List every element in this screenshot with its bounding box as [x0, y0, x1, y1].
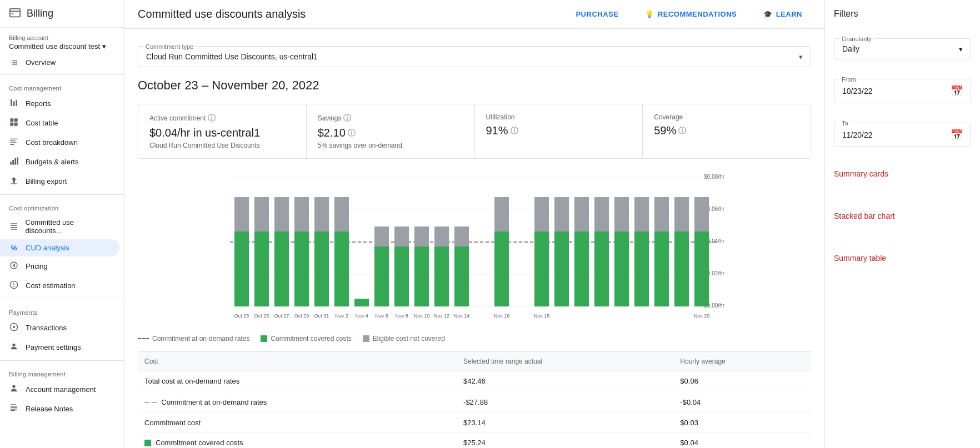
budgets-label: Budgets & alerts: [26, 158, 78, 166]
svg-rect-83: [674, 197, 689, 231]
sidebar-item-billing-export[interactable]: Billing export: [0, 172, 119, 191]
svg-rect-81: [654, 197, 669, 231]
sidebar-item-pricing[interactable]: Pricing: [0, 256, 119, 276]
summary-cards: Active commitment ⓘ $0.04/hr in us-centr…: [138, 104, 811, 159]
utilization-value: 91% ⓘ: [486, 124, 632, 137]
svg-rect-68: [534, 231, 549, 306]
sidebar-item-transactions[interactable]: Transactions: [0, 318, 119, 338]
coverage-help-icon[interactable]: ⓘ: [678, 126, 686, 136]
svg-rect-47: [274, 231, 289, 306]
svg-rect-82: [674, 231, 689, 306]
cud-icon: %: [9, 244, 19, 252]
pricing-icon: [9, 261, 19, 271]
from-filter: From 10/23/22 📅: [834, 71, 971, 103]
sidebar-item-overview[interactable]: ⊞ Overview: [0, 54, 119, 71]
savings-value-help[interactable]: ⓘ: [348, 128, 356, 138]
savings-help-icon[interactable]: ⓘ: [343, 113, 351, 123]
purchase-button[interactable]: PURCHASE: [567, 7, 627, 22]
svg-rect-64: [454, 246, 469, 306]
calendar-icon[interactable]: 📅: [951, 85, 963, 97]
svg-rect-4: [13, 101, 15, 106]
to-input[interactable]: 11/20/22 📅: [834, 123, 971, 147]
transactions-label: Transactions: [26, 324, 67, 332]
sidebar-item-account-management[interactable]: Account management: [0, 380, 119, 399]
svg-rect-66: [494, 231, 509, 306]
svg-rect-57: [374, 226, 389, 246]
chevron-down-icon: ▾: [102, 42, 106, 51]
row-actual: -$27.88: [457, 391, 673, 413]
filters-panel: Filters Granularity Daily ▾ From 10/23/2…: [824, 0, 980, 448]
payment-settings-label: Payment settings: [26, 343, 81, 351]
legend-not-covered: Eligible cost not covered: [363, 335, 445, 343]
billing-mgmt-label: Billing management: [0, 364, 124, 380]
release-notes-label: Release Notes: [26, 405, 73, 413]
legend-green-label: Commitment covered costs: [271, 335, 351, 343]
util-help-icon[interactable]: ⓘ: [511, 126, 518, 136]
svg-rect-59: [394, 226, 409, 246]
row-label: Commitment covered costs: [138, 433, 457, 449]
row-actual: $42.46: [457, 371, 673, 391]
svg-rect-19: [11, 223, 17, 224]
col-cost: Cost: [138, 352, 457, 371]
col-hourly: Hourly average: [673, 352, 811, 371]
reports-icon: [9, 98, 19, 109]
svg-text:Nov 4: Nov 4: [355, 313, 368, 319]
sidebar-item-cost-table[interactable]: Cost table: [0, 113, 119, 133]
svg-rect-78: [634, 231, 649, 306]
sidebar-item-payment-settings[interactable]: Payment settings: [0, 338, 119, 357]
learn-button[interactable]: 🎓 LEARN: [754, 7, 811, 22]
to-label: To: [839, 120, 851, 127]
sidebar-item-cost-estimation[interactable]: Cost estimation: [0, 276, 119, 295]
svg-text:Nov 2: Nov 2: [335, 313, 348, 319]
svg-rect-9: [14, 123, 18, 126]
pricing-label: Pricing: [26, 262, 48, 270]
svg-text:Nov 18: Nov 18: [534, 313, 550, 319]
sidebar-item-release-notes[interactable]: Release Notes: [0, 399, 119, 419]
to-calendar-icon[interactable]: 📅: [951, 129, 963, 141]
date-range-title: October 23 – November 20, 2022: [138, 78, 811, 93]
svg-rect-79: [634, 197, 649, 231]
svg-text:Oct 23: Oct 23: [234, 313, 249, 319]
learn-icon: 🎓: [763, 10, 773, 18]
sidebar-item-committed-use[interactable]: Committed use discounts...: [0, 214, 119, 239]
savings-sub: 5% savings over on-demand: [318, 142, 463, 149]
billing-account-selector[interactable]: Committed use discount test ▾: [9, 42, 115, 51]
svg-rect-63: [434, 226, 449, 246]
cost-table-label: Cost table: [26, 119, 58, 127]
sidebar-item-cud-analysis[interactable]: % CUD analysis: [0, 239, 119, 256]
svg-rect-71: [554, 197, 569, 231]
svg-rect-21: [11, 227, 17, 228]
commitment-type-dropdown[interactable]: Cloud Run Committed Use Discounts, us-ce…: [138, 46, 811, 67]
svg-rect-50: [294, 197, 309, 231]
row-hourly: $0.04: [673, 433, 811, 449]
cost-management-label: Cost management: [0, 78, 124, 94]
svg-rect-85: [694, 197, 709, 231]
committed-use-label: Committed use discounts...: [26, 218, 111, 235]
svg-rect-84: [694, 231, 709, 306]
svg-rect-14: [10, 162, 12, 164]
budgets-icon: [9, 157, 19, 167]
commitment-type-section: Commitment type Cloud Run Committed Use …: [138, 38, 811, 67]
annotations-section: Summary cards Stacked bar chart Summary …: [834, 169, 971, 263]
cost-breakdown-icon: [9, 137, 19, 148]
svg-rect-52: [314, 197, 329, 231]
row-hourly: $0.06: [673, 371, 811, 391]
savings-label: Savings ⓘ: [318, 113, 463, 123]
table-row: Commitment covered costs $25.24 $0.04: [138, 433, 811, 449]
svg-rect-70: [554, 231, 569, 306]
svg-text:Oct 25: Oct 25: [254, 313, 269, 319]
svg-rect-48: [274, 197, 289, 231]
sidebar-item-cost-breakdown[interactable]: Cost breakdown: [0, 133, 119, 152]
sidebar-item-reports[interactable]: Reports: [0, 94, 119, 113]
recommendations-button[interactable]: 💡 RECOMMENDATIONS: [636, 7, 746, 22]
svg-text:Nov 6: Nov 6: [375, 313, 388, 319]
row-label: Total cost at on-demand rates: [138, 371, 457, 391]
svg-text:Nov 20: Nov 20: [694, 313, 710, 319]
sidebar-item-budgets[interactable]: Budgets & alerts: [0, 152, 119, 172]
help-icon[interactable]: ⓘ: [208, 113, 216, 123]
green-indicator: [144, 440, 151, 446]
billing-account-name: Committed use discount test: [9, 42, 100, 51]
svg-rect-10: [10, 139, 17, 139]
svg-text:Oct 29: Oct 29: [294, 313, 309, 319]
billing-account-section: Billing account Committed use discount t…: [0, 28, 124, 54]
